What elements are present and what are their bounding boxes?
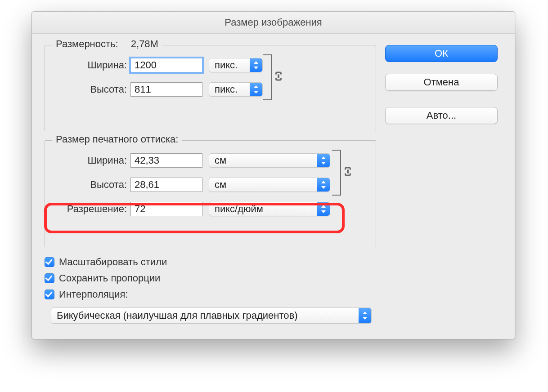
resolution-label: Разрешение:	[55, 203, 127, 215]
doc-height-input[interactable]	[130, 178, 202, 192]
constrain-proportions-row[interactable]: Сохранить пропорции	[45, 272, 376, 284]
link-icon	[344, 167, 352, 179]
scale-styles-row[interactable]: Масштабировать стили	[45, 256, 376, 268]
doc-width-label: Ширина:	[55, 155, 127, 166]
checkbox-checked-icon	[45, 290, 54, 299]
px-height-label: Высота:	[55, 84, 127, 95]
doc-width-input[interactable]	[130, 153, 202, 168]
px-height-input[interactable]	[130, 82, 202, 97]
document-size-group: Размер печатного оттиска: Ширина: см Выс…	[45, 140, 376, 247]
px-width-input[interactable]	[130, 58, 202, 72]
px-width-label: Ширина:	[55, 59, 127, 71]
chevron-up-down-icon	[317, 178, 330, 192]
px-height-unit-text: пикс.	[209, 83, 250, 96]
auto-button[interactable]: Авто...	[385, 107, 498, 124]
px-width-unit-popup[interactable]: пикс.	[209, 58, 263, 72]
link-bracket-icon	[260, 54, 272, 100]
chevron-up-down-icon	[317, 154, 330, 167]
link-bracket-icon	[329, 150, 341, 196]
px-width-unit-text: пикс.	[209, 58, 250, 72]
dialog-title: Размер изображения	[32, 12, 515, 34]
doc-height-label: Высота:	[55, 179, 127, 191]
resolution-unit-popup[interactable]: пикс/дюйм	[209, 202, 330, 216]
resample-row[interactable]: Интерполяция:	[45, 289, 376, 300]
chevron-up-down-icon	[317, 202, 330, 216]
doc-height-unit-text: см	[209, 178, 317, 192]
cancel-button[interactable]: Отмена	[385, 74, 498, 91]
scale-styles-label: Масштабировать стили	[59, 256, 167, 268]
doc-width-unit-popup[interactable]: см	[209, 153, 330, 168]
pixel-dimensions-group: Размерность: 2,78М Ширина: пикс. Высота:	[45, 45, 376, 131]
checkbox-checked-icon	[45, 273, 54, 283]
doc-height-unit-popup[interactable]: см	[209, 178, 330, 192]
resample-label: Интерполяция:	[59, 289, 128, 300]
checkbox-checked-icon	[45, 257, 54, 267]
link-icon	[274, 71, 283, 84]
px-height-unit-popup[interactable]: пикс.	[209, 82, 263, 97]
ok-button[interactable]: ОК	[385, 45, 498, 62]
chevron-up-down-icon	[359, 308, 371, 323]
doc-width-unit-text: см	[209, 154, 317, 167]
resample-method-popup[interactable]: Бикубическая (наилучшая для плавных град…	[51, 307, 372, 324]
resolution-input[interactable]	[130, 202, 202, 216]
resample-method-text: Бикубическая (наилучшая для плавных град…	[51, 308, 359, 323]
constrain-label: Сохранить пропорции	[59, 272, 160, 284]
resolution-unit-text: пикс/дюйм	[209, 202, 317, 216]
image-size-dialog: Размер изображения Размерность: 2,78М Ши…	[31, 11, 515, 339]
